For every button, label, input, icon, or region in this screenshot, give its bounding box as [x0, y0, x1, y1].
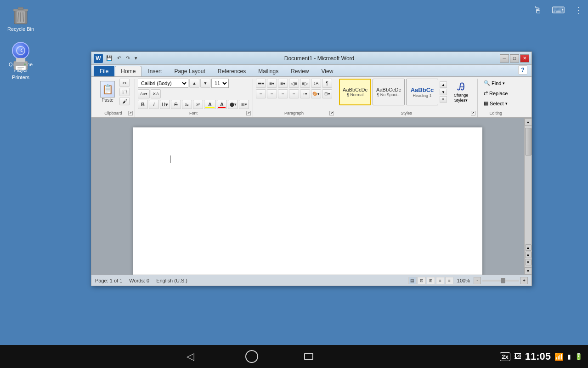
restore-btn[interactable]: □ — [510, 54, 519, 63]
shading-para-btn[interactable]: 🎨▾ — [311, 89, 321, 98]
tab-review[interactable]: Review — [285, 66, 315, 76]
scroll-thumb[interactable] — [525, 128, 531, 155]
font-expand[interactable]: ↗ — [246, 111, 251, 115]
style-no-spacing-label: ¶ No Spaci... — [377, 92, 400, 97]
line-spacing-btn[interactable]: ↕▾ — [300, 89, 310, 98]
redo-btn[interactable]: ↷ — [124, 54, 131, 62]
zoom-out-btn[interactable]: - — [474, 277, 481, 284]
status-bar: Page: 1 of 1 Words: 0 English (U.S.) ▤ ⊡… — [91, 275, 531, 286]
strikethrough-btn[interactable]: S — [171, 100, 181, 109]
view-web-btn[interactable]: ⊞ — [427, 277, 435, 284]
font-family-select[interactable]: Calibri (Body) — [138, 79, 188, 88]
align-left-btn[interactable]: ≡ — [256, 89, 266, 98]
highlight-btn[interactable]: A — [204, 100, 216, 109]
clear-format-btn[interactable]: ✕A — [151, 89, 161, 98]
view-print-btn[interactable]: ▤ — [408, 277, 417, 284]
font-size-up[interactable]: ▲ — [189, 79, 199, 88]
numbering-btn[interactable]: ≡▾ — [267, 79, 277, 88]
style-normal-btn[interactable]: AaBbCcDc ¶ Normal — [339, 79, 371, 105]
increase-indent-btn[interactable]: ≡▷ — [300, 79, 310, 88]
help-btn[interactable]: ? — [518, 65, 527, 75]
ribbon-tabs: File Home Insert Page Layout References … — [91, 65, 531, 77]
tab-page-layout[interactable]: Page Layout — [168, 66, 211, 76]
style-no-spacing-btn[interactable]: AaBbCcDc ¶ No Spaci... — [373, 79, 405, 105]
subscript-btn[interactable]: x₂ — [182, 100, 192, 109]
select-browse-btn[interactable]: ● — [525, 252, 531, 258]
tab-home[interactable]: Home — [115, 66, 141, 76]
view-outline-btn[interactable]: ≡ — [436, 277, 444, 284]
zoom-in-btn[interactable]: + — [520, 277, 528, 284]
paragraph-expand[interactable]: ↗ — [329, 111, 334, 115]
keyboard-icon[interactable]: ⌨ — [552, 5, 565, 16]
tab-insert[interactable]: Insert — [142, 66, 168, 76]
nav-back-btn[interactable]: ◁ — [181, 347, 199, 366]
zoom-slider[interactable] — [482, 280, 519, 282]
sort-btn[interactable]: ↕A — [311, 79, 321, 88]
scroll-up-btn[interactable]: ▲ — [525, 118, 532, 126]
status-words: Words: 0 — [129, 278, 149, 283]
tab-references[interactable]: References — [212, 66, 252, 76]
tab-file[interactable]: File — [94, 66, 114, 76]
justify-btn[interactable]: ≡ — [289, 89, 299, 98]
desktop-icon-printers[interactable]: Printers — [2, 51, 39, 84]
font-size-select[interactable]: 11 — [211, 79, 229, 88]
paste-label: Paste — [102, 98, 113, 103]
editing-controls: 🔍 Find ▾ ⇄ Replace ▦ Select ▾ — [481, 79, 511, 108]
tab-view[interactable]: View — [316, 66, 339, 76]
show-formatting-btn[interactable]: ¶ — [322, 79, 332, 88]
ribbon-group-paragraph: ☰▾ ≡▾ ≡▾ ◁≡ ≡▷ ↕A ¶ ≡ ≡ ≡ ≡ — [254, 79, 336, 117]
android-2x-icon: 2x — [500, 352, 510, 361]
nav-recents-btn[interactable] — [304, 353, 313, 360]
undo-btn[interactable]: ↶ — [116, 54, 123, 62]
decrease-indent-btn[interactable]: ◁≡ — [289, 79, 299, 88]
browse-prev-btn[interactable]: ▲ — [525, 244, 531, 251]
view-fullscreen-btn[interactable]: ⊡ — [418, 277, 426, 284]
font-size-down[interactable]: ▼ — [200, 79, 210, 88]
clipboard-expand[interactable]: ↗ — [128, 111, 133, 115]
desktop: 🖱 ⌨ ⋮ Recycle Bin — [0, 0, 588, 345]
system-icons: 🖱 ⌨ ⋮ — [533, 5, 583, 16]
qat-dropdown[interactable]: ▾ — [133, 54, 139, 62]
tab-mailings[interactable]: Mailings — [252, 66, 284, 76]
save-qat-btn[interactable]: 💾 — [105, 54, 114, 62]
align-center-btn[interactable]: ≡ — [267, 89, 277, 98]
close-btn[interactable]: ✕ — [520, 54, 529, 63]
menu-icon[interactable]: ⋮ — [574, 5, 583, 16]
mouse-icon[interactable]: 🖱 — [533, 5, 543, 16]
change-styles-btn[interactable]: Ꭿ ChangeStyles▾ — [448, 79, 474, 105]
select-btn[interactable]: ▦ Select ▾ — [481, 99, 511, 108]
border-para-btn[interactable]: ⊟▾ — [322, 89, 332, 98]
border-btn[interactable]: ⊞▾ — [239, 100, 249, 109]
styles-arrow-down[interactable]: ▼ — [440, 89, 447, 95]
multilevel-btn[interactable]: ≡▾ — [278, 79, 288, 88]
styles-more[interactable]: ≡ — [440, 96, 447, 103]
minimize-btn[interactable]: ─ — [500, 54, 509, 63]
browse-next-btn[interactable]: ▼ — [525, 259, 531, 265]
superscript-btn[interactable]: x² — [193, 100, 203, 109]
style-heading1-btn[interactable]: AaBbCc Heading 1 — [406, 79, 438, 105]
nav-home-btn[interactable] — [245, 350, 258, 363]
replace-btn[interactable]: ⇄ Replace — [481, 89, 511, 98]
underline-btn[interactable]: U▾ — [160, 100, 170, 109]
view-draft-btn[interactable]: ≡ — [445, 277, 453, 284]
font-row-1: Calibri (Body) ▲ ▼ 11 — [138, 79, 249, 88]
paste-btn[interactable]: 📋 Paste — [97, 79, 118, 105]
bullets-btn[interactable]: ☰▾ — [256, 79, 266, 88]
doc-scroll-area[interactable] — [91, 118, 524, 275]
desktop-icon-recycle-bin[interactable]: Recycle Bin — [2, 2, 39, 35]
copy-btn[interactable]: ⿸ — [119, 88, 130, 96]
italic-btn[interactable]: I — [149, 100, 159, 109]
find-btn[interactable]: 🔍 Find ▾ — [481, 79, 511, 87]
word-window: W 💾 ↶ ↷ ▾ Document1 - Microsoft Word ─ □… — [91, 52, 532, 286]
cut-btn[interactable]: ✂ — [119, 79, 130, 87]
styles-arrow-up[interactable]: ▲ — [440, 81, 447, 88]
bold-btn[interactable]: B — [138, 100, 148, 109]
format-painter-btn[interactable]: 🖌 — [119, 97, 130, 105]
shading-btn[interactable]: ⬤▾ — [228, 100, 238, 109]
font-color-btn[interactable]: A — [217, 100, 227, 109]
styles-expand[interactable]: ↗ — [471, 111, 475, 115]
scroll-down-btn[interactable]: ▼ — [525, 267, 532, 275]
document-page[interactable] — [133, 127, 482, 275]
change-case-btn[interactable]: Aa▾ — [138, 89, 150, 98]
align-right-btn[interactable]: ≡ — [278, 89, 288, 98]
